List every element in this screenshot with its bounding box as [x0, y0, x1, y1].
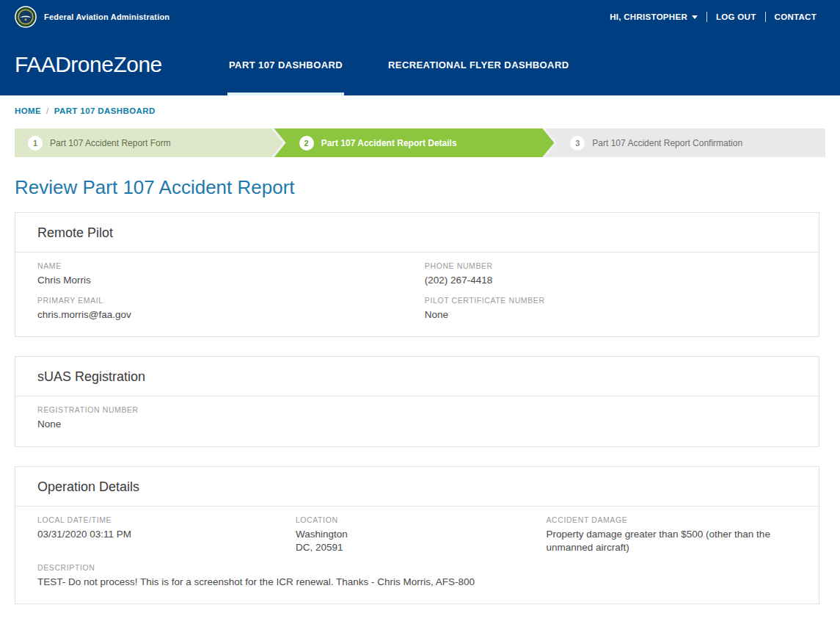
- field-value: Washington DC, 20591: [296, 528, 547, 554]
- breadcrumb-current-link[interactable]: PART 107 DASHBOARD: [54, 106, 156, 115]
- progress-stepper: 1 Part 107 Accident Report Form 2 Part 1…: [15, 128, 825, 157]
- field-label: DESCRIPTION: [37, 563, 797, 572]
- field-accident-damage: ACCIDENT DAMAGE Property damage greater …: [546, 515, 797, 554]
- field-name: NAME Chris Morris: [37, 261, 425, 287]
- user-greeting: HI, CHRISTOPHER: [610, 12, 687, 21]
- step-number: 3: [570, 136, 585, 151]
- step-number: 1: [28, 136, 43, 151]
- remote-pilot-fields: NAME Chris Morris PHONE NUMBER (202) 267…: [15, 253, 819, 336]
- field-label: LOCAL DATE/TIME: [37, 515, 296, 524]
- primary-nav: PART 107 DASHBOARD RECREATIONAL FLYER DA…: [227, 34, 613, 95]
- step-label: Part 107 Accident Report Confirmation: [592, 138, 742, 148]
- field-label: REGISTRATION NUMBER: [37, 405, 797, 414]
- field-registration-number: REGISTRATION NUMBER None: [37, 405, 797, 431]
- field-description: DESCRIPTION TEST- Do not process! This i…: [37, 563, 797, 589]
- step-label: Part 107 Accident Report Details: [321, 138, 457, 148]
- user-menu-area: HI, CHRISTOPHER LOG OUT CONTACT: [601, 12, 825, 22]
- field-value: None: [425, 308, 797, 322]
- field-value: (202) 267-4418: [425, 274, 797, 287]
- field-value: Property damage greater than $500 (other…: [546, 528, 797, 554]
- logout-link[interactable]: LOG OUT: [707, 12, 765, 21]
- top-bar: Federal Aviation Administration HI, CHRI…: [0, 0, 840, 34]
- breadcrumb: HOME / PART 107 DASHBOARD: [0, 95, 840, 123]
- step-accident-report-form: 1 Part 107 Accident Report Form: [15, 128, 283, 157]
- field-primary-email: PRIMARY EMAIL chris.morris@faa.gov: [37, 296, 425, 322]
- tab-part107-dashboard[interactable]: PART 107 DASHBOARD: [227, 34, 344, 95]
- field-value: None: [37, 418, 797, 431]
- breadcrumb-separator: /: [46, 106, 49, 115]
- field-value: Chris Morris: [37, 274, 425, 287]
- step-accident-report-confirmation: 3 Part 107 Accident Report Confirmation: [545, 128, 825, 157]
- field-location: LOCATION Washington DC, 20591: [296, 515, 547, 554]
- faa-seal-icon: [15, 6, 37, 28]
- field-value: 03/31/2020 03:11 PM: [37, 528, 296, 541]
- field-label: PHONE NUMBER: [425, 261, 797, 270]
- field-label: PRIMARY EMAIL: [37, 296, 425, 305]
- field-pilot-certificate-number: PILOT CERTIFICATE NUMBER None: [425, 296, 797, 322]
- suas-registration-card: sUAS Registration REGISTRATION NUMBER No…: [15, 356, 819, 446]
- page-title: Review Part 107 Accident Report: [15, 176, 825, 199]
- operation-details-fields: LOCAL DATE/TIME 03/31/2020 03:11 PM LOCA…: [15, 507, 819, 604]
- field-value: TEST- Do not process! This is for a scre…: [37, 576, 797, 589]
- operation-details-card: Operation Details LOCAL DATE/TIME 03/31/…: [15, 466, 819, 605]
- field-label: ACCIDENT DAMAGE: [546, 515, 797, 524]
- step-number: 2: [299, 136, 314, 151]
- agency-name: Federal Aviation Administration: [44, 12, 169, 21]
- remote-pilot-title: Remote Pilot: [15, 213, 819, 252]
- user-menu[interactable]: HI, CHRISTOPHER: [601, 12, 706, 21]
- step-label: Part 107 Accident Report Form: [50, 138, 171, 148]
- site-logo[interactable]: FAADroneZone: [15, 34, 187, 95]
- remote-pilot-card: Remote Pilot NAME Chris Morris PHONE NUM…: [15, 212, 819, 337]
- tab-recreational-flyer-dashboard[interactable]: RECREATIONAL FLYER DASHBOARD: [387, 34, 570, 95]
- field-local-datetime: LOCAL DATE/TIME 03/31/2020 03:11 PM: [37, 515, 296, 554]
- field-value: chris.morris@faa.gov: [37, 308, 425, 322]
- brand-bar: FAADroneZone PART 107 DASHBOARD RECREATI…: [0, 34, 840, 95]
- caret-down-icon: [692, 15, 698, 19]
- field-phone-number: PHONE NUMBER (202) 267-4418: [425, 261, 797, 287]
- field-label: PILOT CERTIFICATE NUMBER: [425, 296, 797, 305]
- operation-details-title: Operation Details: [15, 467, 819, 506]
- suas-registration-fields: REGISTRATION NUMBER None: [15, 396, 819, 446]
- suas-registration-title: sUAS Registration: [15, 357, 819, 396]
- step-accident-report-details: 2 Part 107 Accident Report Details: [274, 128, 555, 157]
- contact-link[interactable]: CONTACT: [766, 12, 825, 21]
- breadcrumb-home-link[interactable]: HOME: [15, 106, 41, 115]
- field-label: NAME: [37, 261, 425, 270]
- site-header: Federal Aviation Administration HI, CHRI…: [0, 0, 840, 95]
- agency-branding: Federal Aviation Administration: [15, 6, 169, 28]
- field-label: LOCATION: [296, 515, 547, 524]
